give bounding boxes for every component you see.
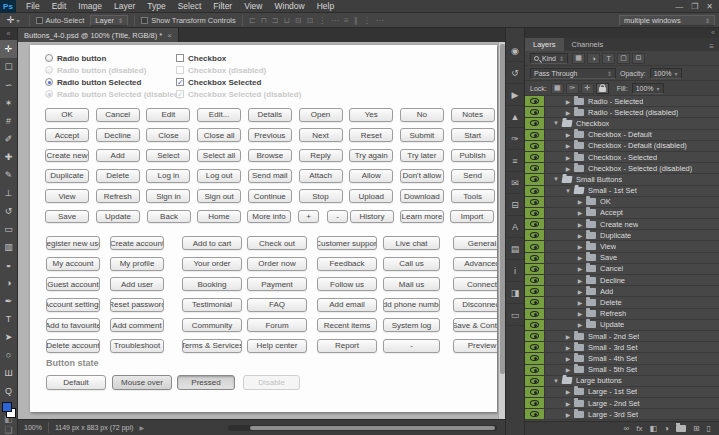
timeline-icon[interactable]: ▭ bbox=[506, 304, 524, 326]
zoom-level[interactable]: 100% bbox=[24, 424, 42, 431]
layer-visibility-toggle[interactable] bbox=[525, 253, 545, 263]
align-bottom-icon[interactable]: ⊡ bbox=[306, 16, 313, 25]
filter-smart-objects-icon[interactable]: ⊡ bbox=[632, 53, 645, 64]
layer-visibility-toggle[interactable] bbox=[525, 141, 545, 151]
layer-row[interactable]: ▶Small - 2nd Set bbox=[525, 331, 719, 342]
layer-visibility-toggle[interactable] bbox=[525, 152, 545, 162]
horizontal-scrollbar-thumb[interactable] bbox=[250, 426, 495, 430]
minimize-icon[interactable]: — bbox=[675, 2, 683, 11]
clone-source-icon[interactable]: ⊟ bbox=[506, 194, 524, 216]
delete-layer-icon[interactable]: ▯ bbox=[707, 424, 711, 433]
expand-triangle-icon[interactable]: ▶ bbox=[575, 288, 585, 295]
menu-window[interactable]: Window bbox=[274, 1, 304, 11]
layer-row[interactable]: ▶Radio - Selected (disabled) bbox=[525, 107, 719, 118]
layer-row[interactable]: ▶Refresh bbox=[525, 309, 719, 320]
new-adjustment-layer-icon[interactable]: ◑ bbox=[664, 424, 669, 433]
expand-triangle-icon[interactable]: ▶ bbox=[575, 221, 585, 228]
layer-row[interactable]: ▶Radio - Selected bbox=[525, 96, 719, 107]
menu-file[interactable]: File bbox=[26, 1, 40, 11]
current-tool-chip[interactable]: ✛ ▾ bbox=[4, 15, 23, 25]
expand-triangle-icon[interactable]: ▶ bbox=[563, 109, 573, 116]
layer-visibility-toggle[interactable] bbox=[525, 264, 545, 274]
filter-type-layers-icon[interactable]: T bbox=[602, 53, 615, 64]
lasso-tool-icon[interactable]: ∽ bbox=[0, 76, 17, 94]
tab-layers[interactable]: Layers bbox=[525, 38, 564, 51]
filter-adjustment-layers-icon[interactable]: ◑ bbox=[587, 53, 600, 64]
filter-shape-layers-icon[interactable]: ▢ bbox=[617, 53, 630, 64]
filter-pixel-layers-icon[interactable]: ▦ bbox=[572, 53, 585, 64]
layer-visibility-toggle[interactable] bbox=[525, 309, 545, 319]
lock-pixels-icon[interactable]: ✑ bbox=[566, 83, 579, 94]
marquee-tool-icon[interactable]: ☐ bbox=[0, 58, 17, 76]
layer-visibility-toggle[interactable] bbox=[525, 409, 545, 419]
layer-row[interactable]: ▶Small - 3rd Set bbox=[525, 342, 719, 353]
move-tool-icon[interactable]: ✛ bbox=[0, 40, 17, 58]
align-right-icon[interactable]: ⊐ bbox=[272, 16, 279, 25]
blur-tool-icon[interactable]: ◒ bbox=[0, 256, 17, 274]
blend-mode-dropdown[interactable]: Pass Through ⇕ bbox=[530, 68, 616, 79]
expand-triangle-icon[interactable]: ▶ bbox=[563, 131, 573, 138]
show-transform-checkbox[interactable]: Show Transform Controls bbox=[141, 16, 236, 25]
collapse-triangle-icon[interactable]: ▼ bbox=[551, 120, 561, 126]
expand-triangle-icon[interactable]: ▶ bbox=[563, 366, 573, 373]
vertical-scrollbar[interactable] bbox=[498, 42, 505, 419]
panel-collapse-icon[interactable]: « bbox=[525, 28, 719, 38]
layer-visibility-toggle[interactable] bbox=[525, 241, 545, 251]
expand-triangle-icon[interactable]: ▶ bbox=[563, 400, 573, 407]
notes-icon[interactable]: ✉ bbox=[506, 172, 524, 194]
document-tab[interactable]: Buttons_4-0.psd @ 100% (Title, RGB/8) * … bbox=[18, 28, 179, 42]
layer-visibility-toggle[interactable] bbox=[525, 107, 545, 117]
layer-row[interactable]: ▶Delete bbox=[525, 297, 719, 308]
new-group-icon[interactable] bbox=[676, 425, 686, 432]
expand-triangle-icon[interactable]: ▶ bbox=[563, 355, 573, 362]
history-brush-tool-icon[interactable]: ↺ bbox=[0, 202, 17, 220]
path-selection-tool-icon[interactable]: ➤ bbox=[0, 328, 17, 346]
magic-wand-tool-icon[interactable]: ✶ bbox=[0, 94, 17, 112]
eraser-tool-icon[interactable]: ▭ bbox=[0, 220, 17, 238]
layer-visibility-toggle[interactable] bbox=[525, 320, 545, 330]
layer-visibility-toggle[interactable] bbox=[525, 387, 545, 397]
layer-visibility-toggle[interactable] bbox=[525, 130, 545, 140]
expand-triangle-icon[interactable]: ▶ bbox=[575, 321, 585, 328]
layer-row[interactable]: ▶Checkbox - Selected (disabled) bbox=[525, 163, 719, 174]
brush-tool-icon[interactable]: ✎ bbox=[0, 166, 17, 184]
expand-triangle-icon[interactable]: ▶ bbox=[563, 154, 573, 161]
collapse-triangle-icon[interactable]: ▼ bbox=[563, 188, 573, 194]
layer-row[interactable]: ▶Large - 1st Set bbox=[525, 387, 719, 398]
auto-select-checkbox[interactable]: Auto-Select bbox=[36, 16, 85, 25]
layer-row[interactable]: ▶Small - 4th Set bbox=[525, 353, 719, 364]
layer-row[interactable]: ▶View bbox=[525, 241, 719, 252]
layer-visibility-toggle[interactable] bbox=[525, 174, 545, 184]
menu-filter[interactable]: Filter bbox=[213, 1, 232, 11]
layer-row[interactable]: ▶Small - 5th Set bbox=[525, 365, 719, 376]
horizontal-scrollbar[interactable] bbox=[228, 425, 497, 431]
layer-styles-icon[interactable]: fx bbox=[636, 424, 642, 433]
layer-visibility-toggle[interactable] bbox=[525, 197, 545, 207]
layer-visibility-toggle[interactable] bbox=[525, 286, 545, 296]
layer-row[interactable]: ▶Update bbox=[525, 320, 719, 331]
status-arrow-icon[interactable]: ▶ bbox=[139, 424, 144, 431]
dodge-tool-icon[interactable]: ◑ bbox=[0, 274, 17, 292]
layer-row[interactable]: ▶Checkbox - Selected bbox=[525, 152, 719, 163]
menu-select[interactable]: Select bbox=[178, 1, 202, 11]
menu-help[interactable]: Help bbox=[317, 1, 334, 11]
layer-row[interactable]: ▶Save bbox=[525, 253, 719, 264]
layer-row[interactable]: ▶Duplicate bbox=[525, 230, 719, 241]
distribute-left-icon[interactable]: ∥ bbox=[354, 16, 358, 25]
layer-row[interactable]: ▼Large buttons bbox=[525, 376, 719, 387]
expand-triangle-icon[interactable]: ▶ bbox=[563, 98, 573, 105]
layer-row[interactable]: ▶Large - 2nd Set bbox=[525, 398, 719, 409]
filter-kind-dropdown[interactable]: Kind ⇕ bbox=[530, 53, 568, 64]
expand-triangle-icon[interactable]: ▶ bbox=[575, 243, 585, 250]
toolbar-collapse[interactable]: « bbox=[0, 28, 17, 40]
screen-mode-icon[interactable]: ❏ bbox=[0, 424, 17, 435]
auto-select-target-dropdown[interactable]: Layer ⇕ bbox=[90, 15, 128, 26]
zoom-tool-icon[interactable]: Q bbox=[0, 382, 17, 400]
layer-visibility-toggle[interactable] bbox=[525, 398, 545, 408]
layer-visibility-toggle[interactable] bbox=[525, 297, 545, 307]
layer-visibility-toggle[interactable] bbox=[525, 275, 545, 285]
layer-row[interactable]: ▼Small - 1st Set bbox=[525, 186, 719, 197]
expand-triangle-icon[interactable]: ▶ bbox=[563, 333, 573, 340]
close-icon[interactable]: ✕ bbox=[706, 2, 713, 11]
tab-channels[interactable]: Channels bbox=[564, 38, 612, 51]
